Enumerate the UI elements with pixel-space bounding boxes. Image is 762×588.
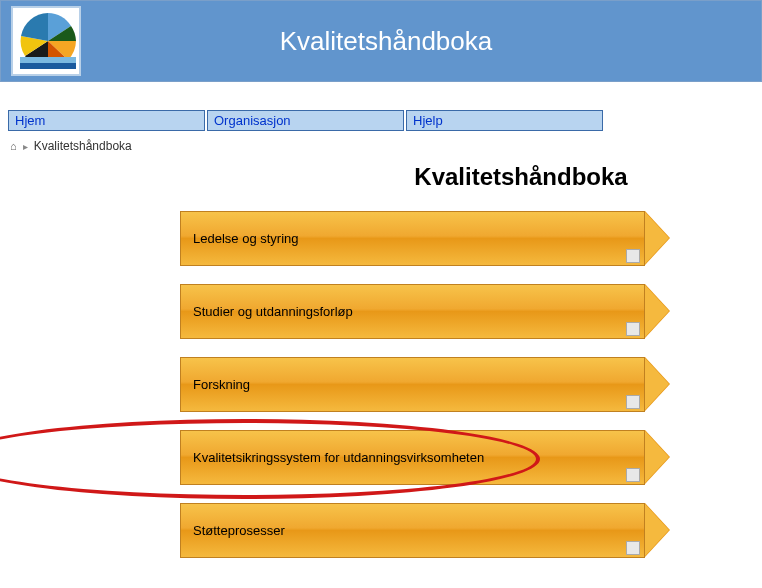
- header-bar: Kvalitetshåndboka: [0, 0, 762, 82]
- process-item-ledelse[interactable]: Ledelse og styring: [180, 211, 670, 266]
- nav-bar: Hjem Organisasjon Hjelp: [8, 110, 762, 131]
- process-item-forskning[interactable]: Forskning: [180, 357, 670, 412]
- process-list: Ledelse og styring Studier og utdannings…: [0, 211, 762, 558]
- nav-item-organisation[interactable]: Organisasjon: [207, 110, 404, 131]
- process-label: Studier og utdanningsforløp: [193, 304, 353, 319]
- detail-icon[interactable]: [626, 322, 640, 336]
- page-title: Kvalitetshåndboka: [280, 163, 762, 191]
- detail-icon[interactable]: [626, 395, 640, 409]
- process-item-studier[interactable]: Studier og utdanningsforløp: [180, 284, 670, 339]
- logo: [11, 6, 81, 76]
- nav-item-help[interactable]: Hjelp: [406, 110, 603, 131]
- process-label: Støtteprosesser: [193, 523, 285, 538]
- detail-icon[interactable]: [626, 249, 640, 263]
- breadcrumb: ⌂ ▸ Kvalitetshåndboka: [10, 139, 762, 153]
- header-title: Kvalitetshåndboka: [81, 26, 761, 57]
- process-label: Ledelse og styring: [193, 231, 299, 246]
- process-item-kvalitetsikring[interactable]: Kvalitetsikringssystem for utdanningsvir…: [180, 430, 670, 485]
- breadcrumb-current: Kvalitetshåndboka: [34, 139, 132, 153]
- process-item-stotte[interactable]: Støtteprosesser: [180, 503, 670, 558]
- detail-icon[interactable]: [626, 541, 640, 555]
- process-label: Kvalitetsikringssystem for utdanningsvir…: [193, 450, 484, 465]
- chevron-right-icon: ▸: [23, 141, 28, 152]
- home-icon[interactable]: ⌂: [10, 140, 17, 152]
- process-label: Forskning: [193, 377, 250, 392]
- svg-rect-1: [20, 63, 76, 69]
- detail-icon[interactable]: [626, 468, 640, 482]
- svg-rect-2: [20, 57, 76, 63]
- nav-item-home[interactable]: Hjem: [8, 110, 205, 131]
